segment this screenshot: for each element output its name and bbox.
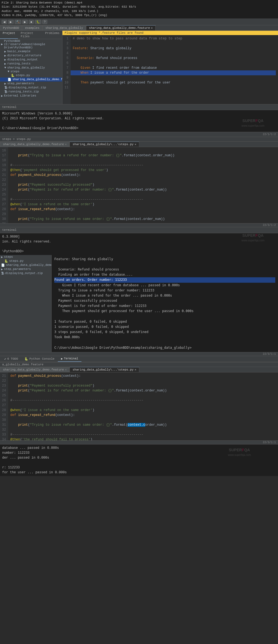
run-status-ts: 22/3/1:1 xyxy=(263,353,276,356)
bottom-tab-python-console[interactable]: 🐍 Python Console xyxy=(21,356,58,362)
terminal-content-1[interactable]: Microsoft Windows [Version 6.3.9600] (C)… xyxy=(0,110,278,132)
terminal-label-1: terminal xyxy=(2,105,17,110)
video-title: File 2: Sharing Data Between Steps (demo… xyxy=(2,1,276,5)
tab3-feature[interactable]: sharing_data_globally_demo.feature ✕ xyxy=(0,367,70,372)
tab-pythonbdd-label: PythonBDD xyxy=(3,26,19,30)
run-output-prompt: C:\Users\Admas1\Google Drive\PythonBDD\e… xyxy=(54,345,275,350)
editor-block-2: steps > steps.py sharing_data_globally_d… xyxy=(0,137,278,227)
tree-external-label: External Libraries xyxy=(4,94,36,97)
info-bar: Plugins supporting *.feature files are f… xyxy=(62,31,278,35)
tab2-steps[interactable]: sharing_data_globally\...\steps.py ✕ xyxy=(70,142,139,147)
video-audio: Audio: aac, 48000 Hz, 2 channels, s16, 1… xyxy=(2,9,276,13)
run-output-line2 xyxy=(54,262,275,267)
run-bar-2: steps > steps.py xyxy=(0,137,278,142)
video-size: Size: 32513360 bytes (31.04 MiB), durati… xyxy=(2,5,276,9)
python-console-icon: 🐍 xyxy=(24,357,28,361)
tree-stepspy-label: steps.py xyxy=(16,74,30,77)
tree2-feature-label: sharing_data_globally_demo.feature xyxy=(6,263,52,267)
tab2-feature[interactable]: sharing_data_globally_demo.feature ✕ xyxy=(0,142,70,147)
run-button[interactable]: ▶ xyxy=(22,20,28,24)
tree-display-arrow: ▶ xyxy=(4,58,6,61)
terminal-content-2[interactable]: 6.3.9600] ion. All rights reserved. \Pyt… xyxy=(0,233,278,255)
tree-dir-arrow: ▶ xyxy=(4,54,6,57)
tab3-steps[interactable]: sharing_data_globally\...\steps.py ✕ xyxy=(70,367,139,372)
tree-running-zip-icon: 🗜 xyxy=(4,90,7,94)
sidebar-tab-problems[interactable]: Problems xyxy=(42,31,62,39)
tab3-feature-close[interactable]: ✕ xyxy=(65,368,67,371)
bottom-tabs: ✔ 6 TODO 🐍 Python Console ▶ Terminal xyxy=(0,356,278,362)
tree2-feature[interactable]: 📄 sharing_data_globally_demo.feature xyxy=(0,263,51,267)
run-output-status: 22/3/1:1 xyxy=(0,352,278,356)
run-output-passed1: 1 feature passed, 0 failed, 0 skipped xyxy=(54,319,275,324)
run-output-spacer xyxy=(54,314,275,319)
bottom-tab-todo[interactable]: ✔ 6 TODO xyxy=(1,356,21,362)
feature-editor[interactable]: Plugins supporting *.feature files are f… xyxy=(62,31,278,104)
terminal-section-1: terminal Microsoft Windows [Version 6.3.… xyxy=(0,104,278,137)
tree-external[interactable]: ▶ External Libraries xyxy=(0,94,62,98)
tree-running[interactable]: ▶ running_tests xyxy=(0,62,62,66)
tree-basic[interactable]: ▶ basic_example xyxy=(0,49,62,54)
tree-display-zip[interactable]: 🗜 displaying_output.zip xyxy=(0,86,62,90)
stop-button[interactable]: ■ xyxy=(29,20,34,24)
tree2-steps[interactable]: ▶ steps xyxy=(0,255,51,259)
tree2-steps-arrow: ▶ xyxy=(1,255,3,259)
sidebar-tab-files[interactable]: Project Files xyxy=(18,31,42,39)
tab2-steps-close[interactable]: ✕ xyxy=(135,143,136,146)
tree-pythonbdd[interactable]: ▶ PythonBDD (C:\Users\Admas1\Google Driv… xyxy=(0,39,62,49)
debug-button[interactable]: 🐛 xyxy=(35,20,41,24)
steps-editor-2[interactable]: 1617181920 2122232425 2627282930 313233 … xyxy=(0,147,278,223)
help-button[interactable]: ? xyxy=(42,20,47,24)
tab-feature-close[interactable]: ✕ xyxy=(151,26,153,30)
tree-step-params[interactable]: ▶ step_parameters xyxy=(0,82,62,86)
sidebar-tab-project[interactable]: Project xyxy=(0,31,18,39)
tree-dir-label: directory_structure xyxy=(7,54,41,57)
tree2-feature-icon: 📄 xyxy=(1,263,5,267)
run-output-line5: Given I find recent order from database … xyxy=(54,283,275,288)
status-bar-3: 22/3/1:1 xyxy=(0,440,278,444)
run-output-passed3: 3 steps passed, 0 failed, 0 skipped, 0 u… xyxy=(54,329,275,335)
tree-running-zip[interactable]: 🗜 running_tests.zip xyxy=(0,90,62,94)
tree2-display-zip[interactable]: 🗜 displaying_output.zip xyxy=(0,271,51,275)
tree2-step-params[interactable]: ▶ step_parameters xyxy=(0,267,51,271)
tree-dir[interactable]: ▶ directory_structure xyxy=(0,54,62,58)
tree2-stepspy[interactable]: 🐍 steps.py xyxy=(0,259,51,263)
main-layout: Project Project Files Problems ▶ PythonB… xyxy=(0,31,278,104)
tree2-display-zip-label: displaying_output.zip xyxy=(5,272,43,275)
tree-steps-folder-arrow: ▼ xyxy=(8,70,10,73)
tree-stepspy-icon: 🐍 xyxy=(11,74,15,77)
tree-feature-file[interactable]: 📄 sharing_data_globally_demo.feature xyxy=(0,77,62,82)
tab-pythonbdd[interactable]: PythonBDD xyxy=(0,25,22,30)
tab-feature[interactable]: sharing_data_globally_demo.feature ✕ xyxy=(86,25,156,30)
code-editor[interactable]: 12345 67891011 # demo to show how to pas… xyxy=(62,35,278,104)
terminal-section-2: terminal 6.3.9600] ion. All rights reser… xyxy=(0,227,278,255)
tab3-steps-close[interactable]: ✕ xyxy=(135,368,136,371)
tree-display[interactable]: ▶ displaying_output xyxy=(0,58,62,62)
forward-button[interactable]: ▶ xyxy=(8,20,14,24)
build-button[interactable]: 🔨 xyxy=(15,20,21,24)
steps-code-2[interactable]: print("Trying to issue a refund for orde… xyxy=(8,147,278,223)
run-bar-3: a_globally_demo.feature xyxy=(0,362,278,367)
bottom-tab-terminal[interactable]: ▶ Terminal xyxy=(58,356,81,362)
tree-running-zip-label: running_tests.zip xyxy=(8,90,39,93)
tree-steps-folder[interactable]: ▼ steps xyxy=(0,70,62,73)
tab-sharing[interactable]: sharing_data_globally xyxy=(42,25,86,30)
feature-code[interactable]: # demo to show how to pass around data f… xyxy=(71,35,278,104)
tree-step-params-label: step_parameters xyxy=(7,82,34,85)
terminal-content-3[interactable]: database ... passed in 0.000s number: 11… xyxy=(0,444,278,476)
run-output-passed2: 1 scenario passed, 0 failed, 0 skipped xyxy=(54,324,275,329)
tree-sharing[interactable]: ▼ sharing_data_globally xyxy=(0,66,62,70)
tab2-feature-close[interactable]: ✕ xyxy=(65,143,67,146)
tab-examples[interactable]: examples xyxy=(22,25,42,30)
back-button[interactable]: ◀ xyxy=(2,20,7,24)
tree-running-label: running_tests xyxy=(7,62,31,65)
terminal-header-2: terminal xyxy=(0,227,278,233)
run-output-spacer2 xyxy=(54,340,275,345)
tree-basic-label: basic_example xyxy=(7,50,31,53)
tree-stepspy[interactable]: 🐍 steps.py xyxy=(0,73,62,77)
status-bar-2: 22/3/1:2 xyxy=(0,223,278,227)
steps-code-3[interactable]: def payment_should_process(context): pri… xyxy=(8,372,278,440)
run-file-label: a_globally_demo.feature xyxy=(2,363,43,366)
steps-editor-3[interactable]: 2122232425 2627282930 3132333435 def pay… xyxy=(0,372,278,440)
editor-tabs-3: sharing_data_globally_demo.feature ✕ sha… xyxy=(0,367,278,372)
tree2-step-params-arrow: ▶ xyxy=(1,267,3,271)
